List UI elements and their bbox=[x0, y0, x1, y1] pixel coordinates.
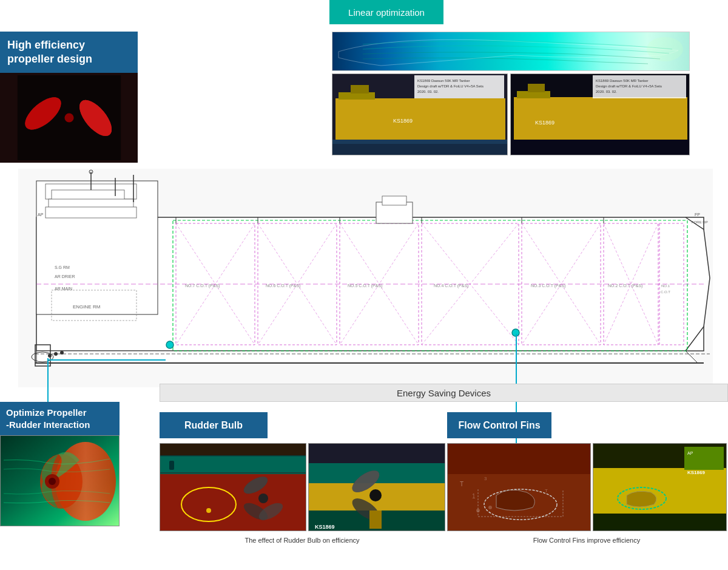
svg-text:AR MAIN: AR MAIN bbox=[55, 287, 72, 291]
svg-text:AP: AP bbox=[38, 212, 44, 217]
ship-diagram: ENGINE RM NO.7 C.O.T (P&S) NO.6 C.O.T (P… bbox=[18, 169, 713, 387]
linear-optimization-banner: Linear optimization bbox=[329, 0, 443, 24]
connector-left bbox=[47, 358, 49, 404]
cfd-svg bbox=[332, 32, 690, 71]
svg-text:2020. 03. 02.: 2020. 03. 02. bbox=[417, 90, 439, 93]
svg-rect-74 bbox=[382, 196, 406, 205]
optimize-propeller-box: Optimize Propeller -Rudder Interaction bbox=[0, 402, 120, 435]
flow-control-photo-1: T 1 3 T bbox=[447, 443, 591, 531]
optimize-propeller-image bbox=[0, 435, 120, 526]
svg-rect-14 bbox=[332, 144, 508, 155]
flow-control-photo-2: AP KS1869 bbox=[593, 443, 727, 531]
svg-rect-10 bbox=[335, 98, 505, 109]
svg-rect-141 bbox=[593, 514, 727, 531]
linear-optimization-label: Linear optimization bbox=[348, 7, 425, 18]
propeller-image bbox=[0, 73, 138, 163]
rudder-bulb-photo-2: KS1869 bbox=[308, 443, 445, 531]
svg-rect-25 bbox=[511, 140, 690, 155]
svg-text:C.O.T: C.O.T bbox=[661, 290, 670, 294]
svg-point-110 bbox=[258, 494, 268, 503]
flow-control-photo-1-svg: T 1 3 T bbox=[448, 444, 591, 531]
svg-rect-104 bbox=[160, 456, 306, 474]
energy-saving-label: Energy Saving Devices bbox=[397, 388, 491, 398]
svg-rect-130 bbox=[448, 444, 591, 474]
rudder-bulb-photo-1-svg bbox=[160, 444, 306, 531]
cfd-visualization-image bbox=[332, 32, 690, 71]
svg-text:FP: FP bbox=[695, 212, 700, 217]
svg-text:ENGINE RM: ENGINE RM bbox=[73, 304, 101, 310]
propeller-design-title-box: High efficiency propeller design bbox=[0, 32, 138, 73]
svg-point-5 bbox=[64, 113, 73, 122]
svg-text:KS1869: KS1869 bbox=[393, 118, 413, 124]
flow-control-photo-2-svg: AP KS1869 bbox=[593, 444, 727, 531]
svg-rect-115 bbox=[169, 461, 174, 470]
svg-text:1: 1 bbox=[472, 493, 476, 500]
ship-photo-left-svg: KS1869 KS1869 Daesun 50K MR Tanker Desig… bbox=[332, 74, 508, 155]
flow-caption-text: Flow Control Fins improve efficiency bbox=[533, 537, 640, 544]
rudder-bulb-photo-2-svg: KS1869 bbox=[309, 444, 445, 531]
svg-text:KS1869 Daesun 50K MR Tanker: KS1869 Daesun 50K MR Tanker bbox=[417, 79, 470, 83]
svg-rect-24 bbox=[528, 84, 545, 92]
svg-point-125 bbox=[369, 489, 382, 501]
optimize-propeller-svg bbox=[1, 436, 120, 526]
svg-rect-127 bbox=[369, 511, 382, 529]
rudder-bulb-photo-1 bbox=[160, 443, 306, 531]
flow-caption: Flow Control Fins improve efficiency bbox=[447, 535, 726, 545]
svg-point-82 bbox=[48, 354, 52, 358]
svg-point-100 bbox=[49, 478, 56, 485]
svg-rect-9 bbox=[335, 107, 505, 141]
ship-photo-right: KS1869 Daesun 50K MR Tanker Design draft… bbox=[510, 73, 690, 155]
svg-text:S.G RM: S.G RM bbox=[55, 265, 70, 270]
svg-rect-12 bbox=[351, 85, 369, 93]
svg-text:3: 3 bbox=[484, 476, 487, 481]
flow-control-fins-label: Flow Control Fins bbox=[458, 420, 540, 431]
optimize-propeller-label: Optimize Propeller -Rudder Interaction bbox=[6, 407, 90, 430]
svg-text:KS1869: KS1869 bbox=[535, 120, 554, 126]
svg-text:AR DRIER: AR DRIER bbox=[55, 274, 75, 279]
rudder-bulb-box: Rudder Bulb bbox=[160, 412, 268, 438]
rudder-caption-text: The effect of Rudder Bulb on efficiency bbox=[244, 537, 359, 544]
ship-photo-right-svg: KS1869 Daesun 50K MR Tanker Design draft… bbox=[511, 74, 690, 155]
propeller-design-title: High efficiency propeller design bbox=[7, 38, 130, 67]
svg-point-137 bbox=[488, 506, 492, 509]
svg-point-112 bbox=[206, 508, 211, 513]
energy-saving-bar: Energy Saving Devices bbox=[160, 384, 728, 402]
svg-rect-22 bbox=[514, 97, 687, 107]
svg-text:KS1869: KS1869 bbox=[315, 524, 335, 530]
ship-diagram-svg: ENGINE RM NO.7 C.O.T (P&S) NO.6 C.O.T (P… bbox=[18, 169, 713, 387]
svg-text:NO.1: NO.1 bbox=[661, 284, 670, 288]
svg-point-79 bbox=[166, 341, 174, 348]
svg-rect-142 bbox=[684, 447, 724, 470]
svg-text:T: T bbox=[460, 481, 463, 487]
svg-text:FORE DP: FORE DP bbox=[692, 220, 708, 224]
svg-text:KS1869: KS1869 bbox=[687, 470, 705, 475]
svg-rect-121 bbox=[309, 444, 445, 463]
svg-text:KS1869 Daesun 50K MR Tanker: KS1869 Daesun 50K MR Tanker bbox=[596, 79, 649, 83]
connector-horizontal-left bbox=[47, 359, 166, 361]
svg-text:T: T bbox=[545, 488, 548, 494]
flow-control-fins-box: Flow Control Fins bbox=[447, 412, 551, 438]
ship-photo-left: KS1869 KS1869 Daesun 50K MR Tanker Desig… bbox=[332, 73, 508, 155]
rudder-bulb-label: Rudder Bulb bbox=[184, 420, 243, 431]
svg-text:AP: AP bbox=[687, 451, 693, 455]
svg-text:2020. 03. 02.: 2020. 03. 02. bbox=[596, 90, 617, 93]
svg-rect-37 bbox=[46, 207, 136, 218]
svg-point-7 bbox=[647, 37, 683, 61]
propeller-svg bbox=[15, 75, 124, 160]
rudder-caption: The effect of Rudder Bulb on efficiency bbox=[160, 535, 445, 545]
svg-text:Design draft w/TDR & FoiLU V4+: Design draft w/TDR & FoiLU V4+5A Sets bbox=[596, 84, 662, 88]
svg-text:Design draft w/TDR & FoiLU V4+: Design draft w/TDR & FoiLU V4+5A Sets bbox=[417, 84, 484, 88]
